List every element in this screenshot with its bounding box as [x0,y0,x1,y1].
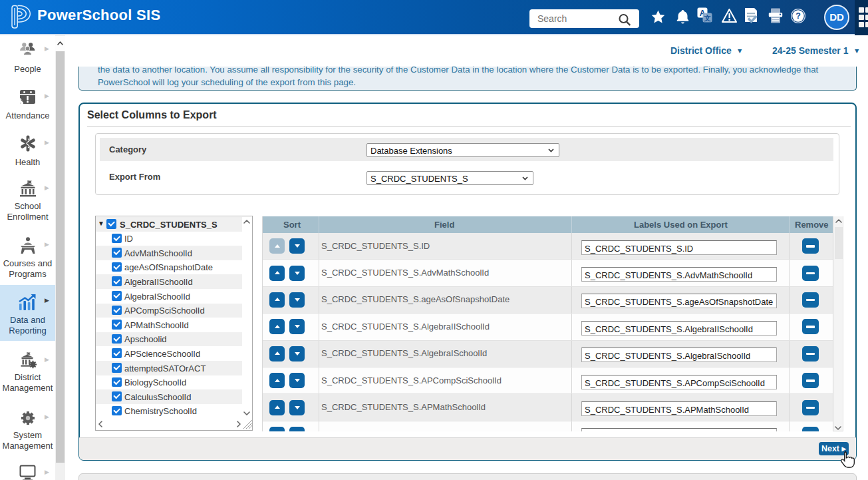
svg-text:文: 文 [704,14,711,22]
svg-text:?: ? [796,11,801,21]
